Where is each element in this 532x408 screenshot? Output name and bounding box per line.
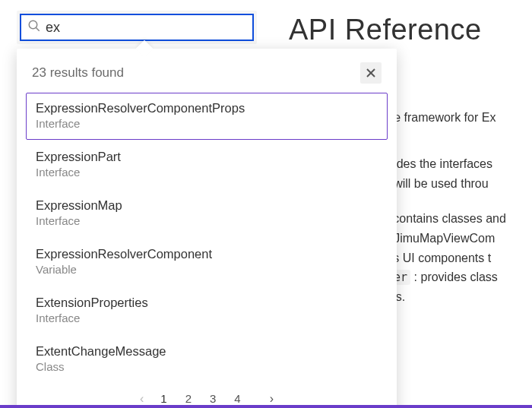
result-title: ExpressionPart xyxy=(36,150,378,164)
page-prev[interactable]: ‹ xyxy=(140,392,144,406)
result-type: Interface xyxy=(36,214,378,227)
page-number[interactable]: 3 xyxy=(207,391,219,406)
result-title: ExtensionProperties xyxy=(36,296,378,310)
result-type: Interface xyxy=(36,117,378,130)
page-title: API Reference xyxy=(289,14,482,46)
result-item[interactable]: ExpressionPartInterface xyxy=(26,141,388,188)
result-title: ExpressionMap xyxy=(36,198,378,213)
search-input[interactable] xyxy=(46,20,246,36)
result-title: ExtentChangeMessage xyxy=(36,344,378,359)
result-item[interactable]: ExpressionResolverComponentPropsInterfac… xyxy=(26,93,388,140)
search-container xyxy=(17,11,257,44)
page-next[interactable]: › xyxy=(270,392,274,406)
result-item[interactable]: ExtensionPropertiesInterface xyxy=(26,287,388,334)
result-type: Interface xyxy=(36,166,378,179)
result-title: ExpressionResolverComponentProps xyxy=(36,101,378,115)
result-item[interactable]: ExpressionResolverComponentVariable xyxy=(26,239,388,286)
result-list: ExpressionResolverComponentPropsInterfac… xyxy=(17,93,397,383)
page-number[interactable]: 2 xyxy=(182,391,195,406)
result-item[interactable]: ExtentChangeMessageClass xyxy=(26,336,388,383)
accent-bar xyxy=(0,405,532,408)
results-count: 23 results found xyxy=(32,65,124,81)
result-item[interactable]: ExpressionMapInterface xyxy=(26,190,388,237)
search-icon xyxy=(27,19,41,36)
search-results-dropdown: 23 results found ExpressionResolverCompo… xyxy=(17,49,397,408)
close-icon xyxy=(366,68,375,77)
svg-point-0 xyxy=(29,21,37,29)
result-type: Variable xyxy=(36,263,378,276)
page-number[interactable]: 4 xyxy=(231,391,243,406)
result-title: ExpressionResolverComponent xyxy=(36,247,378,261)
result-type: Interface xyxy=(36,312,378,324)
result-type: Class xyxy=(36,360,378,373)
close-button[interactable] xyxy=(360,62,382,84)
svg-line-1 xyxy=(36,27,40,31)
search-box[interactable] xyxy=(20,14,254,41)
